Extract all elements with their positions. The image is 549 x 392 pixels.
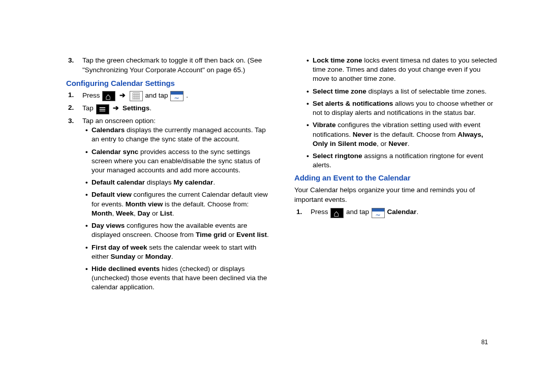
v1: Sunday: [111, 253, 136, 260]
bullet-vibrate: Vibrate configures the vibration setting…: [313, 120, 498, 148]
step-3-tap-option: 3. Tap an onscreen option: Calendars dis…: [82, 116, 270, 292]
step-2-tap-settings: 2. Tap Settings.: [82, 103, 270, 113]
v1: Month view: [126, 200, 163, 208]
step-number: 3.: [68, 116, 74, 126]
calendar-icon: [372, 208, 385, 218]
intro-text: Your Calendar helps organize your time a…: [294, 186, 498, 205]
step-text: Tap an onscreen option:: [82, 117, 156, 125]
v2: Month: [92, 209, 112, 217]
v2: Monday: [145, 253, 171, 260]
v1: Never: [353, 131, 372, 138]
label: Default view: [92, 191, 132, 198]
v3: Never: [388, 140, 408, 147]
or: , or: [377, 140, 388, 147]
c1: ,: [112, 209, 116, 217]
label: Default calendar: [92, 178, 145, 186]
step-number: 2.: [68, 103, 74, 112]
heading-adding-event: Adding an Event to the Calendar: [294, 173, 498, 183]
v5: List: [160, 209, 172, 217]
step-text-c: .: [186, 92, 188, 99]
label: Lock time zone: [313, 56, 362, 64]
step-text-a: Tap: [82, 104, 96, 112]
bullet-set-alerts: Set alerts & notifications allows you to…: [313, 99, 498, 117]
label: Calendars: [92, 126, 125, 134]
period: .: [149, 104, 151, 112]
step-number: 3.: [68, 56, 74, 65]
step-text-b: and tap: [145, 92, 170, 99]
bullet-calendars: Calendars displays the currently managed…: [92, 126, 270, 144]
home-icon: [102, 91, 115, 101]
period: .: [267, 231, 269, 238]
desc: displays a list of selectable time zones…: [367, 87, 486, 95]
settings-label: Settings: [123, 104, 149, 112]
step-1-press-home-calendar: 1. Press and tap Calendar.: [311, 207, 498, 217]
c2: ,: [134, 209, 138, 217]
step-text-a: Press: [82, 92, 102, 99]
bullet-select-ringtone: Select ringtone assigns a notification r…: [313, 152, 498, 170]
period: .: [416, 208, 418, 216]
bullet-default-calendar: Default calendar displays My calendar.: [92, 178, 270, 187]
arrow-icon: [111, 104, 120, 112]
bullet-select-time-zone: Select time zone displays a list of sele…: [313, 87, 498, 96]
step-1-press-home: 1. Press and tap .: [82, 91, 270, 100]
label: Day views: [92, 222, 125, 229]
label: Hide declined events: [92, 265, 160, 273]
period: .: [408, 140, 410, 147]
period: .: [171, 253, 173, 260]
bullet-lock-time-zone: Lock time zone locks event timesa nd dat…: [313, 56, 498, 84]
step-number: 1.: [68, 91, 74, 100]
arrow-icon: [118, 92, 127, 99]
bullet-day-views: Day views configures how the available e…: [92, 221, 270, 239]
desc-b: is the default. Choose from:: [163, 200, 249, 208]
step-text: Tap the green checkmark to toggle it off…: [82, 56, 262, 74]
label: Vibrate: [313, 121, 336, 129]
step-text-a: Press: [311, 208, 330, 216]
label: Calendar sync: [92, 148, 138, 156]
menu-icon: [96, 104, 109, 114]
home-icon: [330, 208, 344, 218]
left-column: 3. Tap the green checkmark to toggle it …: [66, 56, 270, 295]
heading-configuring-calendar: Configuring Calendar Settings: [66, 78, 270, 88]
label: First day of week: [92, 244, 147, 251]
step-3-toggle: 3. Tap the green checkmark to toggle it …: [82, 56, 270, 75]
calendar-label: Calendar: [387, 208, 417, 216]
value: My calendar: [173, 178, 213, 186]
bullet-default-view: Default view configures the current Cale…: [92, 190, 270, 218]
v2: Event list: [236, 231, 267, 238]
bullet-first-day-of-week: First day of week sets the calendar week…: [92, 243, 270, 261]
or: or: [150, 209, 160, 217]
or: or: [135, 253, 145, 260]
right-column: Lock time zone locks event timesa nd dat…: [294, 56, 498, 295]
label: Select time zone: [313, 87, 367, 95]
v1: Time grid: [196, 231, 227, 238]
desc-a: displays: [145, 178, 173, 186]
v4: Day: [138, 209, 150, 217]
period: .: [213, 178, 215, 186]
label: Select ringtone: [313, 152, 362, 160]
step-number: 1.: [296, 207, 302, 217]
or: or: [226, 231, 236, 238]
step-text-b: and tap: [346, 208, 371, 216]
page-number: 81: [481, 338, 488, 346]
period: .: [172, 209, 174, 217]
two-column-layout: 3. Tap the green checkmark to toggle it …: [66, 56, 498, 295]
apps-grid-icon: [130, 91, 143, 101]
desc-b: is the default. Choose from: [372, 131, 458, 138]
label: Set alerts & notifications: [313, 100, 393, 107]
bullet-calendar-sync: Calendar sync provides access to the syn…: [92, 147, 270, 175]
bullet-hide-declined: Hide declined events hides (checked) or …: [92, 264, 270, 292]
calendar-icon: [170, 91, 184, 101]
v3: Week: [116, 209, 134, 217]
